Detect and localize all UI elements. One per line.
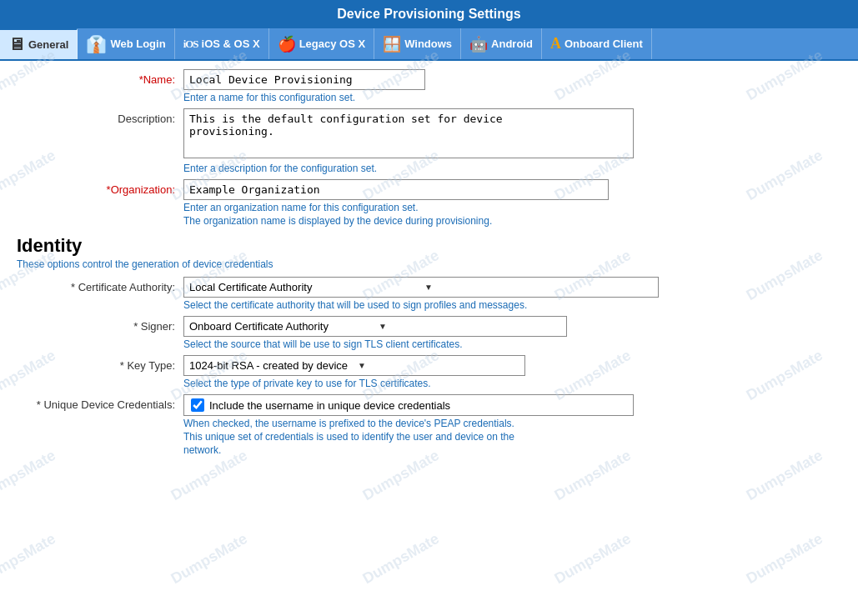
key-type-field-container: 1024-bit RSA - created by device ▼ Selec… [183, 355, 841, 389]
tab-general-label: General [28, 38, 68, 51]
name-label: *Name: [17, 69, 183, 86]
tab-legacy-label: Legacy OS X [299, 38, 365, 50]
key-type-label: * Key Type: [17, 355, 183, 372]
tab-android-label: Android [491, 38, 533, 50]
desc-field: This is the default configuration set fo… [183, 108, 841, 174]
key-type-dropdown[interactable]: 1024-bit RSA - created by device ▼ [183, 355, 525, 376]
desc-hint: Enter a description for the configuratio… [183, 163, 841, 174]
cert-authority-hint: Select the certificate authority that wi… [183, 299, 841, 311]
ios-icon: iOS [183, 38, 198, 51]
web-login-icon: 👔 [86, 34, 107, 54]
general-icon: 🖥 [8, 35, 25, 54]
org-input[interactable] [183, 179, 609, 200]
org-hint1: Enter an organization name for this conf… [183, 202, 841, 213]
tab-web-login-label: Web Login [110, 38, 165, 50]
name-row: *Name: Enter a name for this configurati… [17, 69, 841, 103]
org-hint2: The organization name is displayed by th… [183, 215, 841, 227]
unique-creds-hint2: This unique set of credentials is used t… [183, 431, 841, 443]
tab-onboard-label: Onboard Client [564, 38, 643, 50]
tab-ios-os-x[interactable]: iOS iOS & OS X [175, 28, 269, 59]
name-field: Enter a name for this configuration set. [183, 69, 841, 103]
unique-creds-checkbox[interactable] [191, 398, 204, 412]
name-hint: Enter a name for this configuration set. [183, 92, 841, 103]
unique-creds-hint1: When checked, the username is prefixed t… [183, 418, 841, 429]
desc-textarea[interactable]: This is the default configuration set fo… [183, 108, 634, 158]
apple-icon: 🍎 [278, 35, 296, 53]
identity-title: Identity [17, 235, 841, 257]
unique-creds-field-container: Include the username in unique device cr… [183, 394, 841, 456]
cert-authority-value: Local Certificate Authority [189, 281, 418, 293]
tab-windows-label: Windows [404, 38, 452, 50]
unique-creds-checkbox-label: Include the username in unique device cr… [209, 399, 450, 412]
page-title: Device Provisioning Settings [337, 7, 521, 21]
signer-label: * Signer: [17, 316, 183, 333]
signer-dropdown[interactable]: Onboard Certificate Authority ▼ [183, 316, 567, 337]
cert-authority-arrow: ▼ [424, 283, 653, 292]
name-input[interactable] [183, 69, 425, 90]
tab-windows[interactable]: 🪟 Windows [374, 28, 461, 59]
tab-general[interactable]: 🖥 General [0, 28, 78, 59]
cert-authority-field-container: Local Certificate Authority ▼ Select the… [183, 277, 841, 311]
signer-value: Onboard Certificate Authority [189, 320, 372, 333]
signer-row: * Signer: Onboard Certificate Authority … [17, 316, 841, 350]
cert-authority-dropdown[interactable]: Local Certificate Authority ▼ [183, 277, 659, 298]
identity-section: Identity These options control the gener… [17, 235, 841, 456]
unique-creds-checkbox-container: Include the username in unique device cr… [183, 394, 634, 416]
signer-arrow: ▼ [379, 322, 561, 331]
tab-android[interactable]: 🤖 Android [461, 28, 542, 59]
onboard-icon: A [550, 35, 561, 53]
tab-onboard-client[interactable]: A Onboard Client [542, 28, 652, 59]
cert-authority-row: * Certificate Authority: Local Certifica… [17, 277, 841, 311]
tab-legacy-os-x[interactable]: 🍎 Legacy OS X [269, 28, 374, 59]
tab-web-login[interactable]: 👔 Web Login [78, 28, 174, 59]
unique-creds-label: * Unique Device Credentials: [17, 394, 183, 411]
signer-hint: Select the source that will be use to si… [183, 338, 841, 350]
unique-creds-row: * Unique Device Credentials: Include the… [17, 394, 841, 456]
unique-creds-hint3: network. [183, 444, 841, 456]
identity-subtitle: These options control the generation of … [17, 258, 841, 270]
org-row: *Organization: Enter an organization nam… [17, 179, 841, 227]
key-type-row: * Key Type: 1024-bit RSA - created by de… [17, 355, 841, 389]
key-type-value: 1024-bit RSA - created by device [189, 359, 351, 372]
android-icon: 🤖 [469, 35, 488, 53]
tab-bar: 🖥 General 👔 Web Login iOS iOS & OS X 🍎 L… [0, 28, 858, 61]
windows-icon: 🪟 [383, 35, 401, 53]
desc-label: Description: [17, 108, 183, 125]
org-field: Enter an organization name for this conf… [183, 179, 841, 227]
org-label: *Organization: [17, 179, 183, 196]
signer-field-container: Onboard Certificate Authority ▼ Select t… [183, 316, 841, 350]
key-type-hint: Select the type of private key to use fo… [183, 378, 841, 389]
description-row: Description: This is the default configu… [17, 108, 841, 174]
cert-authority-label: * Certificate Authority: [17, 277, 183, 293]
tab-ios-label: iOS & OS X [202, 38, 260, 50]
title-bar: Device Provisioning Settings [0, 0, 858, 28]
key-type-arrow: ▼ [358, 361, 519, 370]
